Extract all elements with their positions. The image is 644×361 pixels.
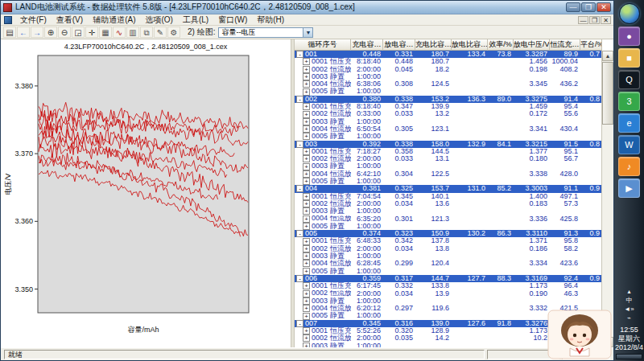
menu-item[interactable]: 工具(L): [178, 14, 213, 25]
copy-icon[interactable]: ⧉: [140, 27, 153, 38]
table-row[interactable]: +0003静置1:00:00: [295, 73, 601, 80]
table-row[interactable]: +0003静置1:00:00: [295, 118, 601, 125]
curve-icon[interactable]: ∿: [113, 27, 126, 38]
column-header[interactable]: 循环序号: [295, 39, 351, 51]
expand-icon[interactable]: +: [303, 80, 310, 88]
expand-icon[interactable]: +: [303, 133, 310, 140]
print-icon[interactable]: ▤: [3, 27, 16, 38]
table-row[interactable]: +0004恒流放电6:28:450.299120.43.334423.6: [295, 260, 601, 267]
expand-icon[interactable]: +: [303, 223, 310, 230]
expand-icon[interactable]: +: [303, 88, 310, 96]
annotate-icon[interactable]: ✎: [154, 27, 167, 38]
tray-network-icon[interactable]: ⌁: [621, 314, 638, 322]
table-row[interactable]: +0005静置1:00:00: [295, 178, 601, 185]
table-scrollbar[interactable]: ▲ ▼: [601, 51, 613, 347]
table-row[interactable]: -0030.3920.338158.0132.984.13.321591.50.…: [295, 141, 601, 148]
table-row[interactable]: +0004恒流放电6:50:540.305123.13.341430.4: [295, 125, 601, 133]
table-row[interactable]: +0003静置1:00:00: [295, 252, 601, 260]
expand-icon[interactable]: +: [303, 193, 310, 200]
zoom-in-icon[interactable]: ⊕: [44, 27, 57, 38]
table-row[interactable]: +0001恒压充电7:04:540.345140.11.400497.1: [295, 193, 601, 200]
desktop-mascot-widget[interactable]: [547, 310, 612, 359]
scroll-up-icon[interactable]: ▲: [602, 51, 613, 61]
table-row[interactable]: +0002恒流放电2:00:000.03413.80.18658.2: [295, 245, 601, 252]
table-row[interactable]: +0001恒压充电6:17:450.332133.81.17396.4: [295, 282, 601, 289]
table-row[interactable]: +0005静置1:00:00: [295, 133, 601, 140]
grid-icon[interactable]: ▦: [99, 27, 112, 38]
collapse-icon[interactable]: -: [296, 51, 303, 58]
expand-icon[interactable]: +: [303, 297, 310, 305]
table-row[interactable]: +0004恒流放电6:35:200.301121.33.336425.8: [295, 215, 601, 223]
collapse-icon[interactable]: -: [296, 96, 303, 103]
expand-icon[interactable]: +: [303, 58, 310, 65]
close-button[interactable]: ✕: [597, 2, 611, 12]
menu-item[interactable]: 查看(V): [52, 14, 88, 25]
expand-icon[interactable]: +: [303, 103, 310, 110]
taskbar-player-icon[interactable]: ▶: [618, 178, 640, 198]
tray-ime-icon[interactable]: 中: [621, 297, 638, 305]
taskbar-browser-icon[interactable]: W: [618, 135, 640, 154]
expand-icon[interactable]: +: [303, 260, 310, 267]
collapse-icon[interactable]: -: [296, 230, 303, 237]
column-header[interactable]: 放电容…: [383, 39, 415, 51]
show-desktop-button[interactable]: [616, 354, 642, 359]
table-row[interactable]: -0010.4480.331180.7133.473.83.328789.90.…: [295, 51, 601, 58]
column-header[interactable]: 效率/%: [488, 39, 514, 51]
expand-icon[interactable]: +: [303, 118, 310, 125]
table-row[interactable]: -0050.3740.323150.9130.286.33.311091.30.…: [295, 230, 601, 237]
table-row[interactable]: -0020.3800.338153.2136.389.03.327591.40.…: [295, 96, 601, 103]
tray-volume-icon[interactable]: ◄»: [621, 306, 638, 314]
back-icon[interactable]: ←: [17, 27, 30, 38]
tray-expand-icon[interactable]: ▴: [621, 288, 638, 296]
expand-icon[interactable]: +: [303, 313, 310, 320]
expand-icon[interactable]: +: [303, 73, 310, 80]
expand-icon[interactable]: +: [303, 334, 310, 342]
table-row[interactable]: +0002恒流放电2:00:000.04518.20.198408.2: [295, 66, 601, 73]
table-row[interactable]: +0002恒流放电2:00:000.03313.10.18056.7: [295, 155, 601, 162]
expand-icon[interactable]: +: [303, 238, 310, 245]
expand-icon[interactable]: +: [303, 200, 310, 207]
taskbar-ie-icon[interactable]: e: [618, 113, 640, 133]
table-row[interactable]: +0003静置1:00:00: [295, 207, 601, 215]
collapse-icon[interactable]: -: [296, 320, 303, 327]
collapse-icon[interactable]: -: [296, 185, 303, 192]
column-header[interactable]: 充电容…: [351, 39, 383, 51]
start-button[interactable]: [619, 3, 640, 24]
expand-icon[interactable]: +: [303, 111, 310, 118]
expand-icon[interactable]: +: [303, 252, 310, 260]
zoom-out-icon[interactable]: ⊖: [58, 27, 71, 38]
table-row[interactable]: +0003静置1:00:00: [295, 162, 601, 170]
expand-icon[interactable]: +: [303, 125, 310, 133]
expand-icon[interactable]: +: [303, 245, 310, 252]
menu-item[interactable]: 文件(F): [15, 14, 52, 25]
minimize-button[interactable]: —: [566, 2, 580, 12]
expand-icon[interactable]: +: [303, 268, 310, 275]
expand-icon[interactable]: +: [303, 178, 310, 185]
expand-icon[interactable]: +: [303, 215, 310, 223]
menu-item[interactable]: 辅助通道(A): [88, 14, 140, 25]
table-row[interactable]: +0002恒流放电2:00:000.03413.60.18357.3: [295, 200, 601, 207]
expand-icon[interactable]: +: [303, 148, 310, 155]
child-close-button[interactable]: ✕: [601, 16, 611, 24]
table-row[interactable]: +0003静置1:00:00: [295, 297, 601, 305]
settings-icon[interactable]: ⚙: [167, 27, 180, 38]
expand-icon[interactable]: +: [303, 155, 310, 162]
expand-icon[interactable]: +: [303, 282, 310, 289]
expand-icon[interactable]: +: [303, 170, 310, 178]
taskbar-360-icon[interactable]: 3: [618, 92, 640, 111]
table-row[interactable]: +0004恒流放电6:38:060.308124.53.345436.2: [295, 80, 601, 88]
menu-item[interactable]: 帮助(H): [252, 14, 289, 25]
title-bar[interactable]: LAND电池测试系统 - 数据处理软件 5.8版 - [4.23LFP70010…: [1, 1, 613, 14]
data-table-icon[interactable]: ▥: [126, 27, 139, 38]
expand-icon[interactable]: +: [303, 66, 310, 73]
expand-icon[interactable]: +: [303, 327, 310, 334]
child-restore-button[interactable]: ❐: [589, 16, 600, 24]
taskbar-clock[interactable]: 12:55 星期六 2012/8/4: [615, 326, 643, 352]
column-header[interactable]: 放电比容…: [452, 39, 488, 51]
expand-icon[interactable]: +: [303, 163, 310, 170]
table-row[interactable]: +0005静置1:00:00: [295, 223, 601, 230]
column-header[interactable]: 充电比容…: [415, 39, 452, 51]
forward-icon[interactable]: →: [31, 27, 43, 38]
maximize-button[interactable]: ❐: [581, 2, 596, 12]
table-row[interactable]: +0004恒流放电6:42:100.304122.53.338428.0: [295, 170, 601, 178]
